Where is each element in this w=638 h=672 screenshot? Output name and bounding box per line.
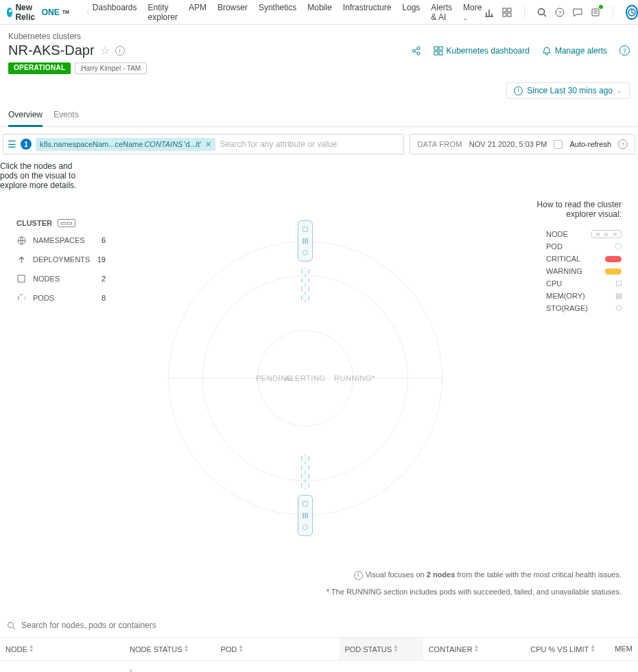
filter-input-box[interactable]: ☰ 1 k8s.namespaceNam...ceName CONTAINS '…	[3, 134, 404, 154]
auto-refresh-checkbox[interactable]	[554, 140, 563, 149]
nav-browser[interactable]: Browser	[217, 3, 248, 22]
ring-label-alerting: ALERTING	[285, 374, 326, 382]
page-title: NR-AKS-Dapr	[8, 43, 95, 58]
col-node-status[interactable]: NODE STATUS▲▼	[124, 638, 215, 661]
tab-overview[interactable]: Overview	[8, 106, 43, 127]
chat-icon[interactable]	[573, 7, 582, 18]
stat-pods[interactable]: PODS 8	[16, 293, 106, 303]
filter-count: 1	[21, 139, 32, 150]
svg-point-10	[417, 47, 420, 49]
node-visual-1[interactable]	[298, 220, 313, 262]
apps-icon[interactable]	[502, 7, 512, 18]
pod-group-2[interactable]	[301, 454, 309, 489]
stat-namespaces[interactable]: NAMESPACES 6	[16, 235, 106, 245]
nav-entity-explorer[interactable]: Entity explorer	[148, 3, 178, 22]
col-node[interactable]: NODE▲▼	[0, 638, 124, 661]
logo[interactable]: New Relic ONE TM	[7, 3, 69, 22]
stat-nodes[interactable]: NODES 2	[16, 274, 106, 283]
nav-alerts-ai[interactable]: Alerts & AI	[431, 3, 452, 22]
help-icon[interactable]: ?	[555, 7, 565, 18]
header-help-icon[interactable]: ?	[619, 45, 630, 56]
svg-rect-15	[439, 51, 442, 55]
nav-mobile[interactable]: Mobile	[307, 3, 331, 22]
data-timestamp: NOV 21 2020, 5:03 PM	[469, 140, 547, 148]
share-icon[interactable]	[411, 45, 421, 56]
explorer-footnotes: iVisual focuses on 2 nodes from the tabl…	[0, 569, 638, 611]
svg-rect-0	[503, 8, 506, 12]
globe-icon	[16, 235, 26, 245]
legend-storage-icon	[616, 305, 622, 311]
nav-apm[interactable]: APM	[189, 3, 206, 22]
cell-pod-status: Running	[339, 660, 423, 672]
nav-synthetics[interactable]: Synthetics	[259, 3, 296, 22]
logo-icon	[7, 8, 12, 17]
table-search-input[interactable]	[21, 621, 631, 630]
nav-separator-2	[524, 6, 525, 19]
cell-container[interactable]: redis	[423, 660, 503, 672]
search-icon[interactable]	[537, 7, 547, 18]
data-from-box: DATA FROM NOV 21 2020, 5:03 PM Auto-refr…	[410, 134, 635, 154]
cluster-label: CLUSTER	[16, 219, 52, 227]
cluster-visual[interactable]: PENDING ALERTING RUNNING*	[119, 200, 491, 557]
nav-infrastructure[interactable]: Infrastructure	[343, 3, 392, 22]
logo-text-a: New Relic	[15, 3, 38, 22]
filter-bar: ☰ 1 k8s.namespaceNam...ceName CONTAINS '…	[0, 127, 638, 161]
svg-rect-2	[503, 13, 506, 16]
svg-rect-14	[434, 51, 438, 55]
filter-chip[interactable]: k8s.namespaceNam...ceName CONTAINS 'd...…	[36, 138, 215, 151]
col-pod-status[interactable]: POD STATUS▲▼	[339, 638, 423, 661]
manage-alerts-link[interactable]: Manage alerts	[542, 46, 607, 56]
logo-tm: TM	[62, 10, 69, 14]
col-cpu[interactable]: CPU % VS LIMIT▲▼	[503, 638, 601, 661]
clock-icon	[514, 86, 523, 95]
stat-deployments[interactable]: DEPLOYMENTS 19	[16, 255, 106, 264]
auto-refresh-help-icon[interactable]: ?	[618, 139, 628, 149]
cell-node-status: Non-alerting	[124, 660, 215, 672]
top-nav: New Relic ONE TM 〈 Dashboards Entity exp…	[0, 0, 638, 25]
breadcrumb[interactable]: Kubernetes clusters	[8, 32, 630, 41]
user-menu[interactable]: Harry Kimpel ⌄	[626, 3, 638, 22]
explorer-hint: Click the nodes and pods on the visual t…	[0, 161, 89, 190]
table-row[interactable]: aks-nodepool1-14753019-vmNon-alertingred…	[0, 660, 638, 672]
owner-tag[interactable]: Harry Kimpel - TAM	[75, 62, 147, 74]
cell-node[interactable]: aks-nodepool1-14753019-vm	[0, 660, 124, 672]
filter-icon[interactable]: ☰	[8, 139, 16, 150]
nav-items: Dashboards Entity explorer APM Browser S…	[93, 3, 482, 22]
legend-mem-icon	[616, 293, 622, 299]
col-mem[interactable]: MEM	[601, 638, 638, 661]
k8s-dashboard-link[interactable]: Kubernetes dashboard	[434, 46, 530, 56]
arrow-up-icon	[16, 255, 26, 264]
time-range-label: Since Last 30 mins ago	[527, 86, 613, 95]
remove-chip-icon[interactable]: ✕	[205, 140, 211, 149]
svg-rect-12	[434, 47, 438, 50]
legend-pod-icon	[615, 243, 622, 250]
table-search-icon	[7, 621, 16, 630]
table-search[interactable]	[0, 611, 638, 637]
time-picker[interactable]: Since Last 30 mins ago ⌄	[506, 82, 630, 99]
nav-dashboards[interactable]: Dashboards	[93, 3, 137, 22]
svg-rect-13	[439, 47, 442, 50]
feed-icon[interactable]	[591, 7, 600, 18]
info-icon[interactable]: i	[115, 46, 125, 56]
filter-text-input[interactable]	[220, 139, 399, 149]
chart-icon[interactable]	[484, 7, 494, 18]
svg-rect-17	[18, 275, 25, 282]
nav-right: ? Harry Kimpel ⌄	[484, 3, 638, 22]
col-pod[interactable]: POD▲▼	[215, 638, 339, 661]
tab-events[interactable]: Events	[54, 106, 79, 126]
star-icon[interactable]: ☆	[100, 44, 110, 57]
resources-table: NODE▲▼ NODE STATUS▲▼ POD▲▼ POD STATUS▲▼ …	[0, 637, 638, 672]
nav-logs[interactable]: Logs	[402, 3, 420, 22]
col-container[interactable]: CONTAINER▲▼	[423, 638, 503, 661]
data-from-label: DATA FROM	[417, 140, 462, 148]
pod-group-1[interactable]	[301, 267, 309, 302]
legend-critical-icon	[605, 256, 622, 262]
nav-more[interactable]: More ⌄	[463, 3, 482, 22]
cluster-grid-icon[interactable]: ▭▭	[58, 219, 75, 227]
square-icon	[16, 274, 26, 283]
svg-point-18	[8, 622, 14, 627]
cell-pod[interactable]: redis-slave-1	[215, 660, 339, 672]
node-visual-2[interactable]	[298, 495, 313, 536]
svg-rect-1	[508, 8, 511, 12]
logo-text-b: ONE	[42, 8, 60, 17]
